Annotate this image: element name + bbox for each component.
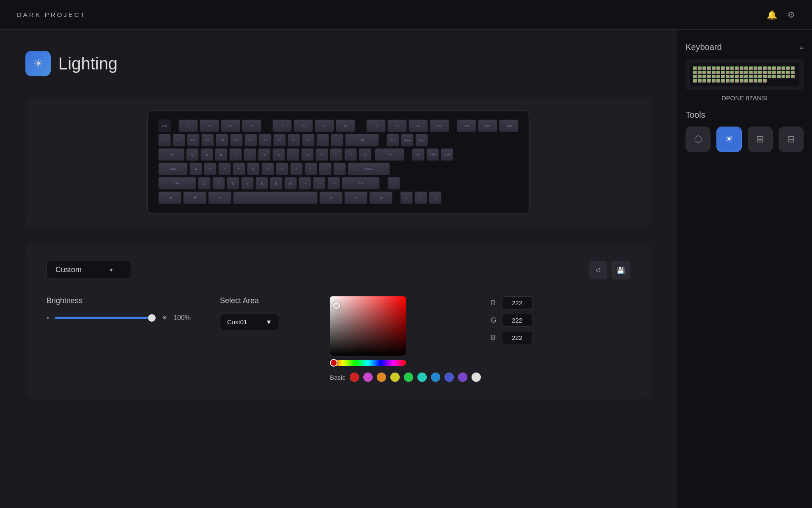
key-arrow-left[interactable]: ← [400, 191, 413, 204]
color-dot-red[interactable] [350, 373, 359, 382]
key-scroll[interactable]: Scroll [478, 119, 497, 132]
color-dot-green[interactable] [404, 373, 413, 382]
key-lctrl[interactable]: Ctrl [158, 191, 181, 204]
key-j[interactable]: J [276, 163, 288, 175]
key-f4[interactable]: F4 [242, 119, 261, 132]
gradient-cursor[interactable] [333, 302, 340, 309]
key-lshift[interactable]: Shift [158, 177, 196, 190]
notification-icon[interactable]: 🔔 [767, 10, 777, 20]
key-arrow-up[interactable]: ↑ [387, 177, 400, 190]
key-t[interactable]: T [244, 148, 256, 161]
color-dot-pink[interactable] [363, 373, 373, 382]
key-period[interactable]: . > [313, 177, 326, 190]
key-end[interactable]: End [426, 148, 439, 161]
key-equal[interactable]: = + [331, 134, 343, 146]
key-f5[interactable]: F5 [272, 119, 292, 132]
key-tilde[interactable]: ~ ` [158, 134, 171, 146]
key-slash[interactable]: / ? [327, 177, 340, 190]
color-gradient[interactable] [330, 296, 406, 356]
key-arrow-down[interactable]: ↓ [414, 191, 427, 204]
key-1[interactable]: 1 ! [173, 134, 185, 146]
key-b[interactable]: B [255, 177, 268, 190]
key-ins[interactable]: Ins [387, 134, 399, 146]
key-lwin[interactable]: ⊞ [183, 191, 206, 204]
key-g[interactable]: G [247, 163, 260, 175]
key-d[interactable]: D [218, 163, 231, 175]
hue-slider[interactable] [330, 360, 406, 366]
key-y[interactable]: Y [258, 148, 271, 161]
key-caps[interactable]: Caps [158, 163, 188, 175]
key-lalt[interactable]: Alt [208, 191, 231, 204]
settings-icon[interactable]: ⚙ [787, 10, 795, 20]
key-f10[interactable]: F10 [387, 119, 407, 132]
key-k[interactable]: K [290, 163, 303, 175]
key-f7[interactable]: F7 [315, 119, 334, 132]
tool-3d-button[interactable]: ⬡ [686, 127, 710, 152]
key-q[interactable]: Q [186, 148, 199, 161]
color-dot-white[interactable] [472, 373, 481, 382]
key-w[interactable]: W [200, 148, 213, 161]
color-dot-teal[interactable] [417, 373, 427, 382]
color-dot-yellow[interactable] [390, 373, 400, 382]
key-4[interactable]: 4 $ [216, 134, 228, 146]
key-home[interactable]: Home [401, 134, 414, 146]
key-f[interactable]: F [233, 163, 245, 175]
brightness-slider[interactable] [55, 317, 156, 319]
area-dropdown[interactable]: Cust01 ▼ [220, 314, 279, 330]
key-pause[interactable]: Pause [499, 119, 518, 132]
key-i[interactable]: I [287, 148, 299, 161]
key-fn[interactable]: Fn [344, 191, 368, 204]
hue-thumb[interactable] [330, 359, 337, 367]
key-f11[interactable]: F11 [409, 119, 428, 132]
key-f6[interactable]: F6 [294, 119, 313, 132]
key-v[interactable]: V [241, 177, 254, 190]
mode-select[interactable]: Custom ▼ [47, 261, 131, 279]
key-lbracket[interactable]: [ { [330, 148, 343, 161]
key-minus[interactable]: - _ [316, 134, 329, 146]
key-rshift[interactable]: Shift [342, 177, 380, 190]
key-f12[interactable]: F12 [430, 119, 449, 132]
key-7[interactable]: 7 & [259, 134, 272, 146]
r-input[interactable] [502, 296, 532, 309]
key-m[interactable]: M [284, 177, 297, 190]
key-del[interactable]: Del [375, 148, 404, 161]
key-z[interactable]: Z [198, 177, 211, 190]
key-ralt[interactable]: Alt [319, 191, 343, 204]
key-x[interactable]: X [212, 177, 225, 190]
key-backslash[interactable]: \ | [359, 148, 371, 161]
key-pgdn[interactable]: PgDn [441, 148, 453, 161]
color-dot-indigo[interactable] [444, 373, 454, 382]
keyboard-thumbnail[interactable] [686, 59, 804, 90]
key-f1[interactable]: F1 [178, 119, 198, 132]
tool-macro-button[interactable]: ⊞ [748, 127, 773, 152]
key-h[interactable]: H [261, 163, 274, 175]
reset-button[interactable]: ↺ [589, 261, 607, 279]
key-rbracket[interactable]: ] } [344, 148, 357, 161]
key-5[interactable]: 5 % [230, 134, 243, 146]
key-2[interactable]: 2 @ [187, 134, 200, 146]
key-del2[interactable]: Del [412, 148, 425, 161]
key-c[interactable]: C [227, 177, 239, 190]
brightness-thumb[interactable] [148, 314, 156, 322]
key-f3[interactable]: F3 [221, 119, 240, 132]
key-s[interactable]: S [204, 163, 217, 175]
color-dot-purple[interactable] [458, 373, 467, 382]
g-input[interactable] [502, 314, 532, 327]
key-space[interactable] [233, 191, 318, 204]
key-f2[interactable]: F2 [200, 119, 219, 132]
color-dot-blue[interactable] [431, 373, 440, 382]
key-0[interactable]: 0 ) [302, 134, 315, 146]
key-9[interactable]: 9 ( [288, 134, 300, 146]
key-r[interactable]: R [229, 148, 242, 161]
key-backspace[interactable]: ⌫ [345, 134, 379, 146]
key-a[interactable]: A [189, 163, 202, 175]
key-pgup[interactable]: PgUp [415, 134, 428, 146]
key-8[interactable]: 8 * [273, 134, 286, 146]
key-comma[interactable]: , < [299, 177, 311, 190]
key-f8[interactable]: F8 [336, 119, 355, 132]
key-tab[interactable]: Tab [158, 148, 184, 161]
key-6[interactable]: 6 ^ [244, 134, 257, 146]
key-p[interactable]: P [315, 148, 328, 161]
key-l[interactable]: L [304, 163, 317, 175]
save-button[interactable]: 💾 [612, 261, 630, 279]
